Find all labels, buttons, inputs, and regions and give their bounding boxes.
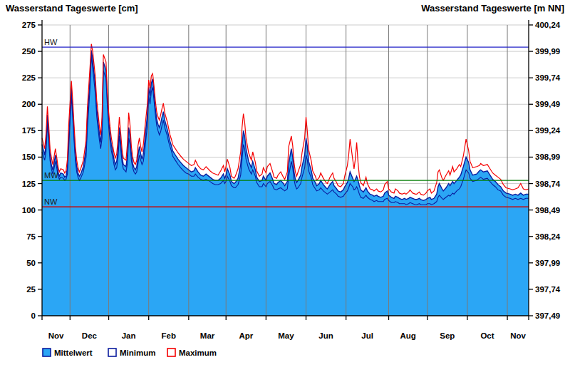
month-label: Dec xyxy=(82,331,98,340)
month-label: Jun xyxy=(318,331,333,340)
month-label: Jul xyxy=(361,331,373,340)
month-label: Oct xyxy=(480,331,494,340)
right-tick-label: 399,49 xyxy=(535,100,560,108)
left-tick-label: 0 xyxy=(31,311,36,320)
month-label: Nov xyxy=(48,331,64,340)
right-tick-label: 398,24 xyxy=(535,232,561,241)
right-tick-label: 397,49 xyxy=(535,311,560,320)
left-tick-label: 25 xyxy=(26,285,36,294)
month-label: Sep xyxy=(440,331,455,340)
right-tick-label: 399,74 xyxy=(535,73,561,82)
left-tick-label: 175 xyxy=(22,126,36,135)
month-label: Aug xyxy=(400,331,415,340)
legend-swatch-maximum xyxy=(167,349,175,356)
legend-label-minimum: Minimum xyxy=(120,349,155,357)
left-tick-label: 275 xyxy=(22,21,36,29)
left-tick-label: 150 xyxy=(22,153,36,161)
legend-label-mittelwert: Mittelwert xyxy=(54,349,93,357)
legend-swatch-mittelwert xyxy=(43,349,51,356)
left-tick-label: 100 xyxy=(22,206,36,215)
right-axis-title: Wasserstand Tageswerte [m NN] xyxy=(421,3,564,14)
left-tick-label: 75 xyxy=(26,232,36,241)
month-label: May xyxy=(278,331,294,340)
refline-label-nw: NW xyxy=(44,197,58,206)
left-tick-label: 225 xyxy=(22,73,36,82)
left-axis-title: Wasserstand Tageswerte [cm] xyxy=(6,3,138,14)
water-level-chart: HWMWNW 275400,24250399,99225399,74200399… xyxy=(0,0,570,392)
refline-label-hw: HW xyxy=(44,38,58,46)
month-label: Nov xyxy=(510,331,526,340)
left-tick-label: 200 xyxy=(22,100,36,108)
water-level-chart-page: HWMWNW 275400,24250399,99225399,74200399… xyxy=(0,0,570,392)
right-tick-label: 398,49 xyxy=(535,206,560,215)
right-tick-label: 400,24 xyxy=(535,21,561,29)
month-label: Mar xyxy=(200,331,215,340)
left-tick-label: 250 xyxy=(22,47,36,56)
right-tick-label: 399,99 xyxy=(535,47,560,56)
left-tick-label: 125 xyxy=(22,180,36,188)
right-tick-label: 399,24 xyxy=(535,126,561,135)
month-label: Feb xyxy=(162,331,176,340)
right-tick-label: 398,74 xyxy=(535,180,561,188)
month-label: Apr xyxy=(239,331,253,340)
right-tick-label: 397,74 xyxy=(535,285,561,294)
right-tick-label: 398,99 xyxy=(535,153,560,161)
month-label: Jan xyxy=(122,331,136,340)
legend-swatch-minimum xyxy=(108,349,116,356)
mean-area-fill xyxy=(42,51,529,316)
refline-label-mw: MW xyxy=(44,171,58,180)
left-tick-label: 50 xyxy=(26,259,36,267)
legend-label-maximum: Maximum xyxy=(179,349,217,357)
right-tick-label: 397,99 xyxy=(535,259,560,267)
